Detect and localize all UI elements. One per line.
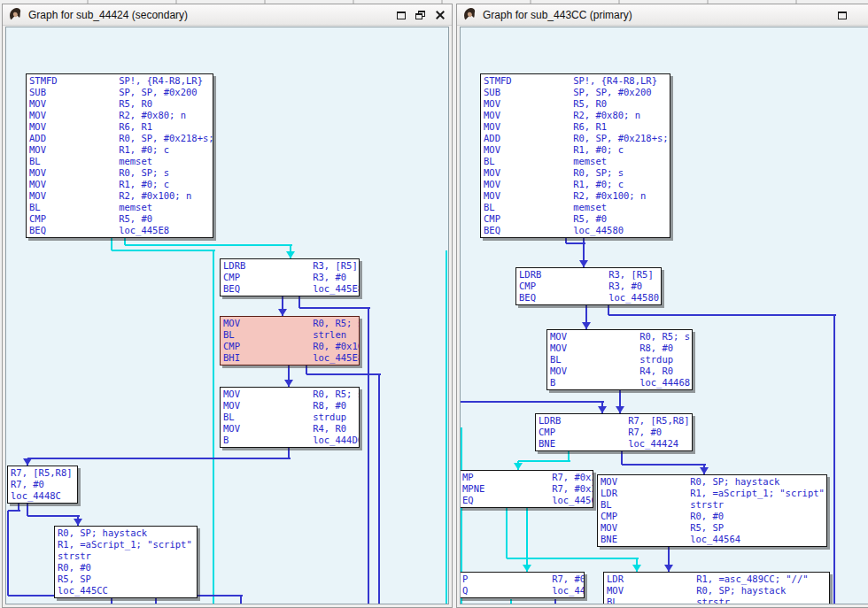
graph-edge — [368, 308, 369, 604]
graph-edge — [125, 244, 292, 246]
asm-line: MOV R1, #0; c — [484, 179, 667, 190]
graph-node-loop-load[interactable]: LDRB R7, [R5,R8]CMP R7, #0BNE loc_44424 — [535, 413, 693, 451]
graph-edge — [833, 315, 835, 604]
asm-line: BL memset — [29, 156, 210, 167]
graph-node-char-compare[interactable]: MP R7, #0x3CMPNE R7, #0x3EEQ loc_44564 — [460, 470, 593, 508]
graph-node-percent-check[interactable]: P R7, #0x25Q loc_44564 — [460, 572, 585, 598]
asm-line: MOV R4, R0 — [223, 423, 356, 435]
asm-line: CMP R0, #0 — [601, 511, 824, 522]
asm-line: BNE loc_44424 — [539, 438, 689, 450]
graph-edge — [306, 373, 381, 375]
asm-line: MP R7, #0x3C — [462, 472, 590, 483]
asm-line: R5, SP — [58, 573, 194, 585]
graph-node-null-check[interactable]: LDRB R3, [R5]CMP R3, #0BEQ loc_445E8 — [220, 258, 360, 296]
graph-node-entry[interactable]: STMFD SP!, {R4-R8,LR}SUB SP, SP, #0x200M… — [480, 73, 670, 238]
graph-edge-arrow — [598, 406, 607, 413]
asm-line: LDRB R3, [R5] — [519, 269, 658, 281]
asm-line: MOV R2, #0x80; n — [29, 110, 210, 121]
graph-edge — [240, 596, 242, 604]
window-primary: Graph for sub_443CC (primary) STMFD SP!,… — [456, 4, 868, 608]
graph-window-icon — [462, 7, 477, 22]
graph-edge-arrow — [23, 458, 32, 466]
graph-edge-arrow — [700, 467, 709, 474]
graph-edge — [27, 458, 291, 459]
graph-edge — [299, 307, 370, 309]
asm-line: MOV R8, #0 — [550, 342, 689, 354]
asm-line: BEQ loc_445E8 — [29, 225, 210, 236]
graph-edge-arrow — [632, 565, 641, 572]
asm-line: LDRB R3, [R5] — [223, 260, 356, 272]
graph-edge-arrow — [579, 260, 588, 267]
asm-line: R1, =aScript_1; "script" — [58, 539, 194, 550]
asm-line: EQ loc_44564 — [462, 495, 590, 506]
maximize-button[interactable] — [834, 7, 850, 23]
asm-line: MOV R6, R1 — [29, 121, 210, 133]
graph-edge — [510, 599, 512, 604]
graph-window-icon — [8, 7, 23, 22]
asm-line: CMP R5, #0 — [29, 213, 210, 225]
asm-line: MOV R6, R1 — [484, 121, 667, 133]
graph-node-strdup-call[interactable]: MOV R0, R5; sMOV R8, #0BL strdupMOV R4, … — [220, 387, 360, 448]
asm-line: MOV R0, R5; s — [223, 318, 356, 329]
asm-line: loc_445CC — [58, 585, 194, 596]
asm-line: BHI loc_445E8 — [223, 352, 356, 364]
asm-line: MOV R0, SP; s — [484, 167, 667, 179]
asm-line: MOV R1, #0; c — [29, 144, 210, 156]
graph-edge — [213, 250, 214, 604]
titlebar-secondary[interactable]: Graph for sub_44424 (secondary) — [3, 4, 452, 26]
close-button[interactable] — [432, 7, 448, 23]
asm-line: MOV R5, R0 — [29, 98, 210, 110]
asm-line: CMP R3, #0 — [519, 281, 658, 292]
graph-edge — [622, 464, 706, 466]
asm-line: MOV R0, R5; s — [550, 331, 689, 342]
asm-line: B loc_444D0 — [223, 435, 356, 446]
graph-node-strstr-slashes[interactable]: LDR R1, =asc_489CC; "//"MOV R0, SP; hays… — [603, 572, 830, 604]
graph-edge — [155, 598, 157, 604]
restore-button[interactable] — [413, 7, 429, 23]
graph-canvas-right[interactable]: STMFD SP!, {R4-R8,LR}SUB SP, SP, #0x200M… — [460, 27, 868, 604]
graph-node-loop-load[interactable]: R7, [R5,R8]R7, #0loc_4448C — [7, 466, 78, 504]
graph-edge — [554, 599, 556, 604]
graph-node-strstr-script[interactable]: MOV R0, SP; haystackLDR R1, =aScript_1; … — [597, 474, 827, 547]
graph-canvas-left[interactable]: STMFD SP!, {R4-R8,LR}SUB SP, SP, #0x200M… — [5, 27, 449, 604]
graph-edge-arrow — [523, 565, 531, 572]
graph-edge — [111, 238, 112, 250]
asm-line: ADD R0, SP, #0x218+s; s — [484, 133, 667, 144]
graph-node-entry[interactable]: STMFD SP!, {R4-R8,LR}SUB SP, SP, #0x200M… — [26, 73, 213, 238]
maximize-icon — [838, 12, 847, 19]
asm-line: ADD R0, SP, #0x218+s; s — [29, 133, 210, 144]
asm-line: BL strstr — [607, 596, 826, 604]
graph-edge — [621, 451, 623, 465]
maximize-button[interactable] — [393, 7, 409, 23]
asm-line: MOV R2, #0x100; n — [484, 190, 667, 202]
asm-line: BEQ loc_44580 — [484, 225, 667, 236]
asm-line: CMP R7, #0 — [539, 427, 689, 438]
titlebar-primary[interactable]: Graph for sub_443CC (primary) — [457, 4, 868, 26]
asm-line: LDR R1, =aScript_1; "script" — [601, 488, 824, 499]
graph-edge — [378, 374, 380, 604]
asm-line: MOV R8, #0 — [223, 400, 356, 412]
graph-node-strstr-script[interactable]: R0, SP; haystackR1, =aScript_1; "script"… — [54, 526, 198, 598]
asm-line: strstr — [58, 550, 194, 562]
graph-node-strlen-check[interactable]: MOV R0, R5; sBL strlenCMP R0, #0x100BHI … — [220, 316, 360, 366]
asm-line: B loc_44468 — [550, 377, 689, 389]
asm-line: BL strlen — [223, 329, 356, 341]
graph-edge-arrow — [74, 519, 82, 526]
asm-line: MOV R0, SP; haystack — [607, 585, 826, 596]
asm-line: BL memset — [29, 202, 210, 213]
asm-line: BEQ loc_445E8 — [223, 283, 356, 295]
graph-edge — [112, 250, 215, 251]
asm-line: MOV R4, R0 — [550, 366, 689, 377]
graph-edge-arrow — [664, 565, 673, 572]
graph-edge-arrow — [616, 406, 624, 413]
asm-line: BL strdup — [550, 354, 689, 366]
asm-line: MPNE R7, #0x3E — [462, 483, 590, 495]
maximize-icon — [397, 12, 406, 19]
asm-line: LDR R1, =asc_489CC; "//" — [607, 573, 826, 585]
asm-line: Q loc_44564 — [462, 585, 581, 596]
window-title: Graph for sub_443CC (primary) — [483, 9, 632, 21]
graph-node-strdup-call[interactable]: MOV R0, R5; sMOV R8, #0BL strdupMOV R4, … — [546, 329, 693, 390]
asm-line: MOV R0, R5; s — [223, 389, 356, 400]
asm-line: MOV R2, #0x100; n — [29, 190, 210, 202]
graph-node-null-check[interactable]: LDRB R3, [R5]CMP R3, #0BEQ loc_44580 — [515, 267, 662, 305]
